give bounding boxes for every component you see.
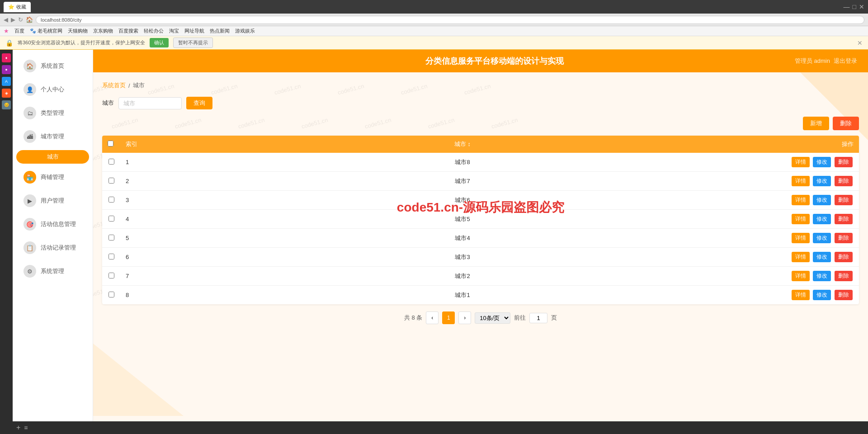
nav-forward-icon[interactable]: ▶ [11, 16, 15, 23]
bookmark-taobao[interactable]: 淘宝 [169, 28, 179, 34]
delete-button[interactable]: 删除 [835, 252, 853, 262]
detail-button[interactable]: 详情 [792, 271, 810, 281]
row-checkbox[interactable] [108, 216, 114, 222]
delete-button[interactable]: 删除 [835, 157, 853, 167]
bookmark-nav[interactable]: 网址导航 [184, 28, 204, 34]
breadcrumb-sep: / [128, 82, 130, 89]
ext-icon-4[interactable]: ◈ [2, 89, 11, 98]
close-btn[interactable]: ✕ [859, 3, 864, 10]
row-city: 城市3 [156, 248, 769, 267]
row-checkbox[interactable] [108, 254, 114, 259]
page-input[interactable] [529, 313, 547, 323]
edit-button[interactable]: 修改 [813, 271, 831, 281]
edit-button[interactable]: 修改 [813, 157, 831, 167]
maximize-btn[interactable]: □ [853, 3, 856, 10]
search-button[interactable]: 查询 [186, 97, 212, 109]
bookmark-baidusearch[interactable]: 百度搜索 [118, 28, 138, 34]
sidebar-item-system[interactable]: ⚙ 系统管理 [16, 260, 89, 282]
delete-button[interactable]: 删除 [835, 271, 853, 281]
detail-button[interactable]: 详情 [792, 233, 810, 243]
sidebar-item-profile[interactable]: 👤 个人中心 [16, 79, 89, 100]
ext-icon-5[interactable]: 😊 [2, 100, 11, 109]
edit-button[interactable]: 修改 [813, 176, 831, 186]
security-confirm-button[interactable]: 确认 [150, 38, 169, 47]
select-all-checkbox[interactable] [108, 141, 113, 146]
sidebar-item-home[interactable]: 🏠 系统首页 [16, 55, 89, 77]
ext-icon-3[interactable]: A [2, 77, 11, 86]
logout-button[interactable]: 退出登录 [834, 57, 857, 65]
row-checkbox-cell [102, 191, 120, 210]
page-1-button[interactable]: 1 [442, 311, 455, 324]
bookmark-news[interactable]: 热点新闻 [210, 28, 230, 34]
detail-button[interactable]: 详情 [792, 290, 810, 300]
row-checkbox[interactable] [108, 197, 114, 203]
bottom-bar: + ≡ [13, 421, 868, 434]
row-index: 3 [120, 191, 156, 210]
row-checkbox[interactable] [108, 292, 114, 297]
detail-button[interactable]: 详情 [792, 176, 810, 186]
sidebar-item-city[interactable]: 🏙 城市管理 [16, 126, 89, 147]
bookmark-office[interactable]: 轻松办公 [144, 28, 164, 34]
sidebar-home-label: 系统首页 [41, 62, 64, 70]
delete-button[interactable]: 删除 [835, 195, 853, 205]
nav-back-icon[interactable]: ◀ [4, 16, 8, 23]
detail-button[interactable]: 详情 [792, 214, 810, 224]
ext-icon-2[interactable]: ● [2, 65, 11, 74]
edit-button[interactable]: 修改 [813, 195, 831, 205]
add-tab-icon[interactable]: + [16, 424, 20, 432]
nav-home-icon[interactable]: 🏠 [26, 16, 33, 23]
batch-delete-button[interactable]: 删除 [833, 117, 859, 130]
row-actions: 详情 修改 删除 [769, 210, 859, 229]
delete-button[interactable]: 删除 [835, 290, 853, 300]
bookmark-tmall[interactable]: 天猫购物 [68, 28, 88, 34]
detail-button[interactable]: 详情 [792, 252, 810, 262]
delete-button[interactable]: 删除 [835, 214, 853, 224]
detail-button[interactable]: 详情 [792, 157, 810, 167]
delete-button[interactable]: 删除 [835, 176, 853, 186]
sidebar-item-activity-log[interactable]: 📋 活动记录管理 [16, 237, 89, 259]
browser-nav: ◀ ▶ ↻ 🏠 localhost:8080/city [0, 14, 868, 26]
add-button[interactable]: 新增 [803, 117, 829, 130]
row-checkbox[interactable] [108, 159, 114, 165]
ext-icon-1[interactable]: ♦ [2, 53, 11, 62]
sidebar-item-category[interactable]: 🗂 类型管理 [16, 102, 89, 124]
pagination: 共 8 条 ‹ 1 › 10条/页 前往 页 [102, 311, 859, 324]
prev-page-button[interactable]: ‹ [426, 311, 439, 324]
browser-tab[interactable]: ⭐ 收藏 [4, 2, 31, 12]
bookmark-laomao[interactable]: 🐾 老毛桃官网 [30, 28, 62, 34]
sidebar-item-activity[interactable]: 🎯 活动信息管理 [16, 213, 89, 235]
row-checkbox[interactable] [108, 178, 114, 184]
row-checkbox[interactable] [108, 235, 114, 241]
app-container: ♦ ● A ◈ 😊 🏠 系统首页 👤 个人中心 🗂 类型管理 🏙 城市管理 城市… [0, 50, 868, 434]
edit-button[interactable]: 修改 [813, 252, 831, 262]
nav-refresh-icon[interactable]: ↻ [18, 16, 23, 23]
security-later-button[interactable]: 暂时不再提示 [173, 38, 213, 48]
next-page-button[interactable]: › [458, 311, 471, 324]
row-actions: 详情 修改 删除 [769, 191, 859, 210]
merchant-icon: 🏪 [24, 171, 36, 184]
sidebar-item-user[interactable]: ▶ 用户管理 [16, 190, 89, 212]
total-text: 共 8 条 [404, 314, 422, 322]
edit-button[interactable]: 修改 [813, 290, 831, 300]
search-input[interactable] [118, 97, 182, 109]
delete-button[interactable]: 删除 [835, 233, 853, 243]
row-checkbox-cell [102, 286, 120, 305]
search-bar: 城市 查询 [102, 97, 859, 109]
sidebar-subitem-city[interactable]: 城市 [16, 150, 89, 164]
detail-button[interactable]: 详情 [792, 195, 810, 205]
user-label: 管理员 admin [795, 57, 830, 65]
sidebar-item-merchant[interactable]: 🏪 商铺管理 [16, 166, 89, 188]
bottom-menu-icon[interactable]: ≡ [24, 424, 28, 431]
address-bar[interactable]: localhost:8080/city [36, 16, 864, 24]
edit-button[interactable]: 修改 [813, 214, 831, 224]
bookmark-baidu[interactable]: 百度 [14, 28, 24, 34]
breadcrumb-home[interactable]: 系统首页 [102, 81, 126, 90]
security-close-icon[interactable]: ✕ [857, 39, 863, 47]
edit-button[interactable]: 修改 [813, 233, 831, 243]
bookmark-jd[interactable]: 京东购物 [93, 28, 113, 34]
row-checkbox[interactable] [108, 273, 114, 278]
sidebar-activity-log-label: 活动记录管理 [41, 244, 76, 252]
page-size-select[interactable]: 10条/页 [475, 312, 510, 324]
minimize-btn[interactable]: — [844, 3, 850, 10]
bookmark-game[interactable]: 游戏娱乐 [235, 28, 255, 34]
